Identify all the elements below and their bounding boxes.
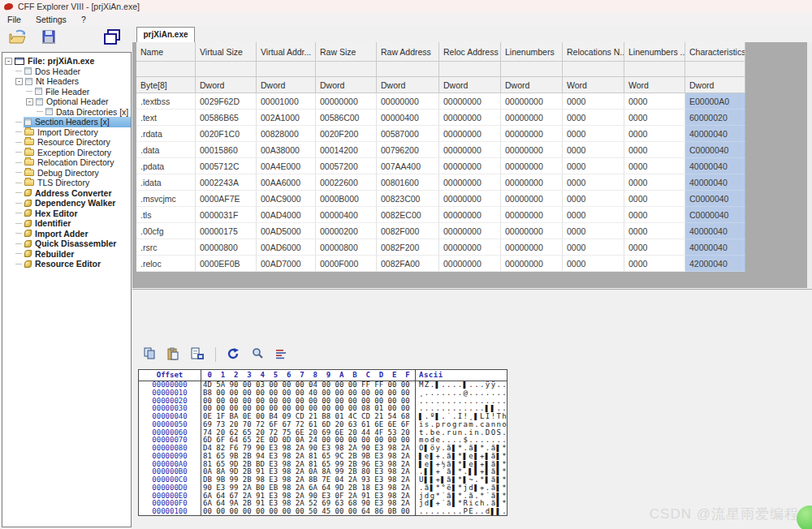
section-row-idata-col-7[interactable]: 0000 bbox=[563, 174, 624, 191]
section-row-rdata-col-5[interactable]: 00000000 bbox=[439, 126, 501, 142]
section-row-tls-col-2[interactable]: 00AD4000 bbox=[257, 207, 316, 223]
section-row-00cfg-col-4[interactable]: 0082F000 bbox=[377, 223, 439, 239]
column-header-col-8[interactable]: Linenumbers ... bbox=[624, 42, 685, 62]
section-row-data-col-8[interactable]: 0000 bbox=[624, 142, 685, 158]
section-row-idata-col-2[interactable]: 00AA6000 bbox=[257, 174, 316, 191]
tree-item-hex-editor[interactable]: Hex Editor bbox=[2, 209, 131, 219]
section-row-text-col-4[interactable]: 00000400 bbox=[377, 110, 439, 126]
section-row-rsrc-col-0[interactable]: .rsrc bbox=[136, 239, 196, 256]
hex-ascii[interactable]: t.be.run.in.DOS. bbox=[416, 429, 507, 437]
tree-item-tls-directory[interactable]: TLS Directory bbox=[2, 178, 131, 188]
section-row-rdata-col-0[interactable]: .rdata bbox=[136, 126, 196, 142]
section-row-rsrc-col-7[interactable]: 0000 bbox=[563, 239, 624, 256]
cascade-windows-icon[interactable] bbox=[102, 28, 122, 48]
tree-item-resource-editor[interactable]: Resource Editor bbox=[2, 259, 131, 269]
hex-ascii[interactable]: MZ.▌....▌...ÿÿ.. bbox=[416, 381, 507, 389]
section-row-rsrc-col-2[interactable]: 00AD6000 bbox=[257, 239, 316, 256]
section-row-tls-col-6[interactable]: 00000000 bbox=[501, 207, 563, 223]
section-row-tls-col-1[interactable]: 0000031F bbox=[196, 207, 257, 223]
tree-item-address-converter[interactable]: Address Converter bbox=[2, 188, 131, 199]
section-row-text-col-0[interactable]: .text bbox=[136, 110, 196, 126]
copy-to-exe-icon[interactable] bbox=[190, 347, 205, 362]
section-row-textbss-col-6[interactable]: 00000000 bbox=[501, 93, 563, 110]
section-row-text-col-2[interactable]: 002A1000 bbox=[257, 110, 316, 126]
section-row-data-col-5[interactable]: 00000000 bbox=[439, 142, 501, 158]
section-row-textbss-col-2[interactable]: 00001000 bbox=[257, 93, 316, 110]
column-header-col-4[interactable]: Raw Address bbox=[377, 42, 439, 62]
tree-item-relocation-directory[interactable]: Relocation Directory bbox=[2, 157, 131, 168]
tree-item-identifier[interactable]: Identifier bbox=[2, 218, 131, 229]
section-row-textbss-col-0[interactable]: .textbss bbox=[136, 93, 196, 110]
section-row-reloc-col-1[interactable]: 0000EF0B bbox=[196, 256, 257, 272]
section-row-msvcjmc-col-5[interactable]: 00000000 bbox=[439, 191, 501, 207]
section-row-msvcjmc-col-2[interactable]: 00AC9000 bbox=[257, 191, 316, 207]
section-row-00cfg-col-8[interactable]: 0000 bbox=[624, 223, 685, 239]
hex-ascii[interactable]: jd▌+´ã▌*Rich.ã▌* bbox=[416, 500, 507, 508]
hex-ascii[interactable]: Û▌▌+▌ã▌*▌~.*▌ã▌* bbox=[416, 476, 507, 484]
section-row-pdata-col-7[interactable]: 0000 bbox=[563, 158, 624, 174]
section-row-pdata-col-8[interactable]: 0000 bbox=[624, 158, 685, 174]
tree-item-optional-header[interactable]: -Optional Header bbox=[2, 97, 131, 107]
section-row-data-col-4[interactable]: 00796200 bbox=[377, 142, 439, 158]
section-row-pdata-col-2[interactable]: 00A4E000 bbox=[257, 158, 316, 174]
section-row-msvcjmc-col-8[interactable]: 0000 bbox=[624, 191, 685, 207]
section-row-data-col-2[interactable]: 00A38000 bbox=[257, 142, 316, 158]
hex-ascii[interactable]: jdg*´ã▌*.ã.*´ã▌* bbox=[416, 492, 507, 501]
section-row-rdata-col-4[interactable]: 00587000 bbox=[377, 126, 439, 142]
section-row-reloc-col-2[interactable]: 00AD7000 bbox=[257, 256, 316, 272]
tree-item-section-headers-x[interactable]: Section Headers [x] bbox=[2, 117, 131, 127]
section-row-text-col-5[interactable]: 00000000 bbox=[439, 110, 501, 126]
hex-ascii[interactable]: ▌e▌+.ã▌*▌e▌+▌ã▌* bbox=[416, 453, 507, 461]
hex-ascii[interactable]: ▌.º▌.´.Í!¸▌LÍ!Th bbox=[416, 413, 507, 421]
section-row-msvcjmc-col-1[interactable]: 0000AF7E bbox=[196, 191, 257, 207]
column-header-col-9[interactable]: Characteristics bbox=[685, 42, 745, 62]
section-row-data-col-0[interactable]: .data bbox=[136, 142, 196, 158]
hex-ascii[interactable]: .▌▌+´ã▌*.▌▌+▌ã▌* bbox=[416, 468, 507, 476]
section-row-pdata-col-4[interactable]: 007AA400 bbox=[377, 158, 439, 174]
section-row-rsrc-col-8[interactable]: 0000 bbox=[624, 239, 685, 256]
section-row-reloc-col-9[interactable]: 42000040 bbox=[685, 256, 745, 272]
column-header-col-2[interactable]: Virtual Addr... bbox=[257, 42, 316, 62]
column-header-col-6[interactable]: Linenumbers bbox=[501, 42, 563, 62]
copy-icon[interactable] bbox=[143, 347, 156, 362]
column-header-col-1[interactable]: Virtual Size bbox=[196, 42, 257, 62]
hex-ascii[interactable]: .ã▌*°ë▌*jd▌+.ã▌* bbox=[416, 484, 507, 492]
section-row-text-col-8[interactable]: 0000 bbox=[624, 110, 685, 126]
section-row-msvcjmc-col-6[interactable]: 00000000 bbox=[501, 191, 563, 207]
hex-ascii[interactable]: mode....$....... bbox=[416, 437, 507, 445]
section-row-tls-col-5[interactable]: 00000000 bbox=[439, 207, 501, 223]
tree-item-import-adder[interactable]: Import Adder bbox=[2, 229, 131, 239]
section-row-textbss-col-1[interactable]: 0029F62D bbox=[196, 93, 257, 110]
hex-ascii[interactable]: ¸.......@....... bbox=[416, 389, 507, 398]
section-row-pdata-col-5[interactable]: 00000000 bbox=[439, 158, 501, 174]
table-scrollbar[interactable] bbox=[807, 42, 812, 288]
section-row-rsrc-col-4[interactable]: 0082F200 bbox=[377, 239, 439, 256]
section-row-tls-col-9[interactable]: C0000040 bbox=[685, 207, 745, 223]
column-header-col-7[interactable]: Relocations N... bbox=[563, 42, 624, 62]
section-row-00cfg-col-0[interactable]: .00cfg bbox=[136, 223, 196, 239]
section-row-data-col-3[interactable]: 00014200 bbox=[316, 142, 377, 158]
hex-ascii[interactable]: Ô▌öy.ã▌*.ã▌*.ã▌* bbox=[416, 445, 507, 453]
section-row-00cfg-col-1[interactable]: 00000175 bbox=[196, 223, 257, 239]
section-row-idata-col-0[interactable]: .idata bbox=[136, 174, 196, 191]
section-row-msvcjmc-col-4[interactable]: 00823C00 bbox=[377, 191, 439, 207]
section-row-data-col-7[interactable]: 0000 bbox=[563, 142, 624, 158]
expander-minus-icon[interactable]: - bbox=[15, 78, 23, 85]
tree-item-rebuilder[interactable]: Rebuilder bbox=[2, 249, 131, 260]
section-row-textbss-col-5[interactable]: 00000000 bbox=[439, 93, 501, 110]
hex-ascii[interactable]: ........PE..d▌▌. bbox=[416, 508, 507, 516]
section-row-textbss-col-9[interactable]: E00000A0 bbox=[685, 93, 745, 110]
section-row-text-col-7[interactable]: 0000 bbox=[563, 110, 624, 126]
tree-item-exception-directory[interactable]: Exception Directory bbox=[2, 148, 131, 158]
section-row-rsrc-col-3[interactable]: 00000800 bbox=[316, 239, 377, 256]
tree-item-nt-headers[interactable]: -Nt Headers bbox=[2, 76, 131, 87]
section-row-rsrc-col-9[interactable]: 40000040 bbox=[685, 239, 745, 256]
goto-offset-icon[interactable] bbox=[274, 347, 287, 362]
section-row-tls-col-3[interactable]: 00000400 bbox=[316, 207, 377, 223]
section-row-pdata-col-6[interactable]: 00000000 bbox=[501, 158, 563, 174]
menu-item-settings[interactable]: Settings bbox=[28, 15, 74, 24]
section-row-reloc-col-4[interactable]: 0082FA00 bbox=[377, 256, 439, 272]
tree-item-dependency-walker[interactable]: Dependency Walker bbox=[2, 198, 131, 209]
section-row-rdata-col-8[interactable]: 0000 bbox=[624, 126, 685, 142]
section-row-rdata-col-2[interactable]: 00828000 bbox=[257, 126, 316, 142]
